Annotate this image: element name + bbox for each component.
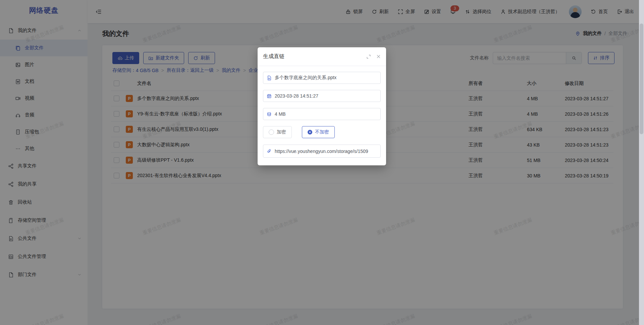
paperclip-icon [267, 149, 272, 154]
calendar-icon [267, 94, 272, 99]
link-size-field[interactable]: 4 MB [263, 108, 381, 120]
encrypt-radio-option[interactable]: 加密 [263, 126, 292, 138]
radio-selected-icon [308, 130, 312, 134]
scrollbar[interactable] [639, 0, 644, 325]
no-encrypt-radio-label: 不加密 [315, 129, 329, 135]
file-icon [267, 75, 272, 80]
database-icon [267, 112, 272, 117]
link-file-name-value: 多个数字底座之间的关系.pptx [275, 75, 336, 81]
direct-link-url-field[interactable]: https://vue.youshengyun.com/storage/s/15… [263, 145, 381, 158]
scrollbar-thumb[interactable] [640, 23, 643, 134]
close-dialog-icon[interactable] [376, 54, 381, 59]
radio-icon [269, 129, 274, 135]
link-date-value: 2023-03-28 14:51:27 [275, 93, 318, 99]
link-file-name-field[interactable]: 多个数字底座之间的关系.pptx [263, 72, 381, 84]
link-size-value: 4 MB [275, 111, 286, 117]
encrypt-radio-label: 加密 [277, 129, 286, 135]
maximize-dialog-icon[interactable] [366, 54, 371, 59]
generate-link-dialog: 生成直链 多个数字底座之间的关系.pptx 2023-03-28 14:51:2… [258, 47, 386, 165]
no-encrypt-radio-option[interactable]: 不加密 [302, 126, 335, 138]
link-date-field[interactable]: 2023-03-28 14:51:27 [263, 90, 381, 102]
direct-link-url-value: https://vue.youshengyun.com/storage/s/15… [275, 149, 368, 154]
dialog-title: 生成直链 [263, 53, 361, 60]
